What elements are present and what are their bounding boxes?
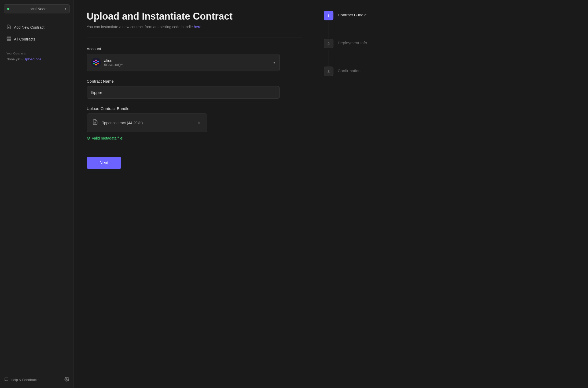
divider <box>87 38 302 38</box>
sidebar-item-all-contracts[interactable]: All Contracts <box>2 34 71 45</box>
step-2: 2 Deployment Info <box>324 39 376 48</box>
here-link[interactable]: here <box>194 25 201 29</box>
upload-one-link[interactable]: Upload one <box>24 57 42 61</box>
your-contracts-heading: Your Contracts <box>2 49 71 56</box>
step-1: 1 Contract Bundle <box>324 11 376 20</box>
step-1-wrapper: 1 Contract Bundle <box>324 11 376 20</box>
step-2-wrapper: 2 Deployment Info <box>324 39 376 48</box>
all-contracts-icon <box>6 36 11 42</box>
avatar <box>91 58 101 67</box>
content-area: Upload and Instantiate Contract You can … <box>74 0 315 388</box>
account-label: Account <box>87 46 302 51</box>
step-2-label: Deployment Info <box>338 39 367 45</box>
gear-icon <box>64 378 69 382</box>
step-3: 3 Confirmation <box>324 67 376 76</box>
svg-point-13 <box>95 62 97 63</box>
svg-point-9 <box>97 61 99 62</box>
stepper: 1 Contract Bundle 2 Deployment Info 3 C <box>315 0 385 388</box>
account-dropdown[interactable]: alice 5Grw...utQY ▾ <box>87 54 280 71</box>
contract-name-section: Contract Name <box>87 79 302 99</box>
upload-bundle-label: Upload Contract Bundle <box>87 106 302 111</box>
upload-bundle-section: Upload Contract Bundle flipper.contract … <box>87 106 302 141</box>
sidebar-bottom: Help & Feedback <box>0 371 74 388</box>
step-2-number: 2 <box>324 39 333 48</box>
account-address: 5Grw...utQY <box>104 63 123 67</box>
sidebar: Local Node ▾ Add New Contract <box>0 0 74 388</box>
account-section: Account <box>87 46 302 71</box>
valid-metadata-message: ⊙ Valid metadata file! <box>87 136 302 141</box>
account-details: alice 5Grw...utQY <box>104 58 123 67</box>
your-contracts-section: Your Contracts None yet • Upload one <box>0 49 74 62</box>
page-title: Upload and Instantiate Contract <box>87 11 302 22</box>
file-info: flipper.contract (44.29kb) <box>92 119 143 127</box>
svg-point-5 <box>66 379 68 380</box>
node-selector[interactable]: Local Node ▾ <box>4 4 70 13</box>
remove-file-button[interactable]: ✕ <box>196 120 202 126</box>
contract-name-label: Contract Name <box>87 79 302 83</box>
svg-rect-2 <box>7 37 11 38</box>
step-3-wrapper: 3 Confirmation <box>324 67 376 76</box>
main-content: Upload and Instantiate Contract You can … <box>74 0 588 388</box>
chevron-down-icon: ▾ <box>65 7 66 11</box>
svg-point-11 <box>95 64 97 65</box>
account-info: alice 5Grw...utQY <box>91 58 123 67</box>
all-contracts-label: All Contracts <box>14 37 35 41</box>
step-1-label: Contract Bundle <box>338 11 367 17</box>
add-new-contract-label: Add New Contract <box>14 25 45 30</box>
settings-button[interactable] <box>62 375 71 385</box>
help-feedback-button[interactable]: Help & Feedback <box>2 375 40 385</box>
sidebar-item-add-new-contract[interactable]: Add New Contract <box>2 22 71 33</box>
help-label: Help & Feedback <box>11 378 38 382</box>
add-contract-icon <box>6 24 11 30</box>
step-1-number: 1 <box>324 11 333 20</box>
step-3-label: Confirmation <box>338 67 361 73</box>
node-label: Local Node <box>12 7 63 11</box>
none-yet-text: None yet • Upload one <box>2 56 71 62</box>
step-connector-1 <box>329 22 329 38</box>
account-name: alice <box>104 58 123 63</box>
step-3-number: 3 <box>324 67 333 76</box>
file-icon <box>92 119 98 127</box>
file-name: flipper.contract (44.29kb) <box>101 121 143 125</box>
step-connector-2 <box>329 50 329 66</box>
svg-rect-4 <box>7 40 11 41</box>
svg-point-7 <box>93 61 95 62</box>
checkmark-icon: ⊙ <box>87 136 90 141</box>
sidebar-nav: Add New Contract All Contracts <box>0 18 74 49</box>
svg-point-10 <box>93 63 95 64</box>
upload-area[interactable]: flipper.contract (44.29kb) ✕ <box>87 114 207 132</box>
next-button[interactable]: Next <box>87 157 121 169</box>
svg-rect-3 <box>7 38 11 39</box>
page-subtitle: You can instantiate a new contract from … <box>87 25 302 29</box>
svg-point-12 <box>97 63 99 64</box>
contract-name-input[interactable] <box>87 86 280 99</box>
dropdown-chevron-icon: ▾ <box>273 60 275 65</box>
sidebar-top: Local Node ▾ <box>0 0 74 18</box>
node-status-dot <box>7 8 9 10</box>
svg-point-8 <box>95 60 97 61</box>
help-icon <box>4 377 9 382</box>
